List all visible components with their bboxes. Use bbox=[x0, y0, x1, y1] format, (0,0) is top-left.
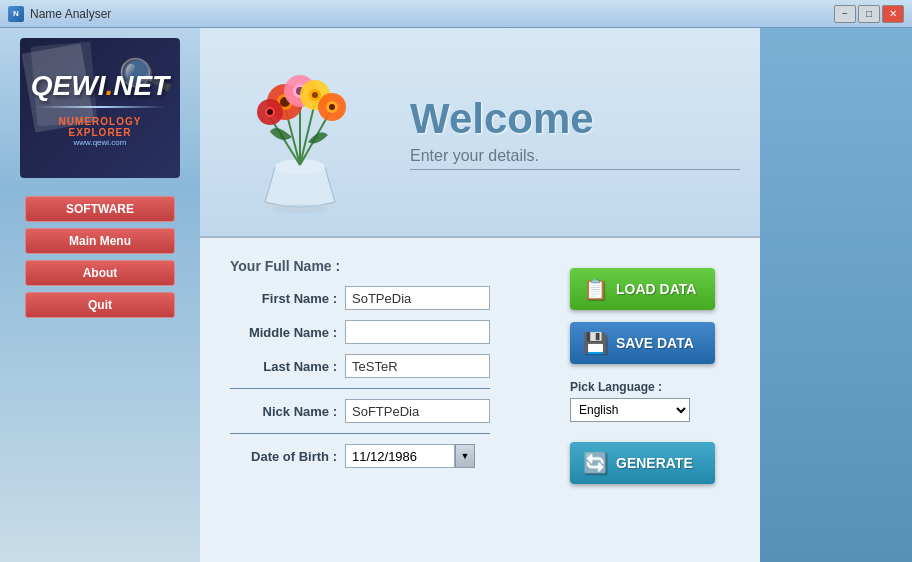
banner: Welcome Enter your details. bbox=[200, 28, 760, 238]
svg-point-22 bbox=[272, 204, 328, 214]
right-panel: Welcome Enter your details. Your Full Na… bbox=[200, 28, 760, 562]
form-divider-2 bbox=[230, 433, 490, 434]
svg-line-6 bbox=[270, 117, 300, 165]
svg-line-4 bbox=[300, 102, 315, 165]
middle-name-label: Middle Name : bbox=[230, 325, 345, 340]
nick-name-row: Nick Name : bbox=[230, 399, 540, 423]
welcome-heading: Welcome bbox=[410, 95, 740, 143]
generate-button[interactable]: 🔄 GENERATE bbox=[570, 442, 715, 484]
first-name-row: First Name : bbox=[230, 286, 540, 310]
far-right-panel bbox=[760, 28, 912, 562]
form-right: 📋 LOAD DATA 💾 SAVE DATA Pick Language : … bbox=[570, 258, 730, 542]
middle-name-row: Middle Name : bbox=[230, 320, 540, 344]
language-section: Pick Language : English French Spanish G… bbox=[570, 380, 730, 422]
welcome-subtitle: Enter your details. bbox=[410, 147, 740, 170]
load-data-button[interactable]: 📋 LOAD DATA bbox=[570, 268, 715, 310]
close-button[interactable]: ✕ bbox=[882, 5, 904, 23]
maximize-button[interactable]: □ bbox=[858, 5, 880, 23]
dob-dropdown-button[interactable]: ▼ bbox=[455, 444, 475, 468]
svg-point-21 bbox=[267, 109, 273, 115]
middle-name-input[interactable] bbox=[345, 320, 490, 344]
dob-input[interactable] bbox=[345, 444, 455, 468]
svg-point-18 bbox=[329, 104, 335, 110]
title-bar-left: N Name Analyser bbox=[8, 6, 111, 22]
language-select[interactable]: English French Spanish German bbox=[570, 398, 690, 422]
svg-point-15 bbox=[312, 92, 318, 98]
first-name-label: First Name : bbox=[230, 291, 345, 306]
logo-brand: QEWI.NET bbox=[31, 70, 169, 102]
form-divider bbox=[230, 388, 490, 389]
about-button[interactable]: About bbox=[25, 260, 175, 286]
logo-subtitle: NUMEROLOGY EXPLORER bbox=[59, 116, 142, 138]
form-left: Your Full Name : First Name : Middle Nam… bbox=[230, 258, 540, 542]
load-icon: 📋 bbox=[580, 274, 610, 304]
welcome-section: Welcome Enter your details. bbox=[410, 95, 740, 170]
title-bar: N Name Analyser − □ ✕ bbox=[0, 0, 912, 28]
sidebar: 🔍 QEWI.NET NUMEROLOGY EXPLORER www.qewi.… bbox=[0, 28, 200, 562]
window-title: Name Analyser bbox=[30, 7, 111, 21]
last-name-row: Last Name : bbox=[230, 354, 540, 378]
logo-url: www.qewi.com bbox=[74, 138, 127, 147]
app-icon: N bbox=[8, 6, 24, 22]
save-icon: 💾 bbox=[580, 328, 610, 358]
main-menu-button[interactable]: Main Menu bbox=[25, 228, 175, 254]
logo-dot: . bbox=[105, 70, 113, 101]
full-name-label: Your Full Name : bbox=[230, 258, 540, 274]
flower-image bbox=[220, 47, 380, 217]
software-button[interactable]: SOFTWARE bbox=[25, 196, 175, 222]
dob-row: Date of Birth : ▼ bbox=[230, 444, 540, 468]
first-name-input[interactable] bbox=[345, 286, 490, 310]
dob-field: ▼ bbox=[345, 444, 475, 468]
last-name-label: Last Name : bbox=[230, 359, 345, 374]
dob-label: Date of Birth : bbox=[230, 449, 345, 464]
logo-area: 🔍 QEWI.NET NUMEROLOGY EXPLORER www.qewi.… bbox=[20, 38, 180, 178]
language-label: Pick Language : bbox=[570, 380, 730, 394]
quit-button[interactable]: Quit bbox=[25, 292, 175, 318]
generate-icon: 🔄 bbox=[580, 448, 610, 478]
form-area: Your Full Name : First Name : Middle Nam… bbox=[200, 238, 760, 562]
last-name-input[interactable] bbox=[345, 354, 490, 378]
main-layout: 🔍 QEWI.NET NUMEROLOGY EXPLORER www.qewi.… bbox=[0, 28, 912, 562]
minimize-button[interactable]: − bbox=[834, 5, 856, 23]
nick-name-label: Nick Name : bbox=[230, 404, 345, 419]
save-data-button[interactable]: 💾 SAVE DATA bbox=[570, 322, 715, 364]
nick-name-input[interactable] bbox=[345, 399, 490, 423]
window-controls: − □ ✕ bbox=[834, 5, 904, 23]
